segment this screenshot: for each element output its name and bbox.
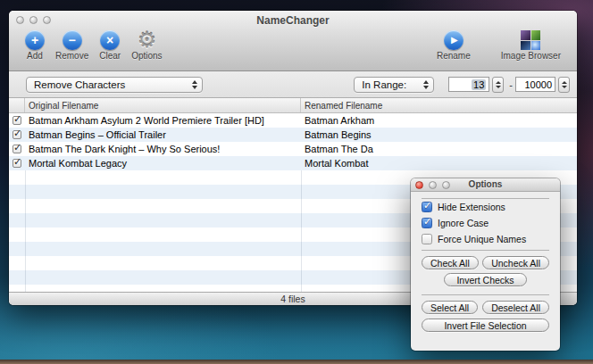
titlebar[interactable]: NameChanger bbox=[9, 11, 577, 29]
row-checkbox-cell bbox=[9, 116, 25, 125]
range-to-stepper[interactable] bbox=[558, 77, 570, 93]
checkbox-box[interactable] bbox=[422, 234, 432, 244]
toolbar: + Add − Remove × Clear ⚙ Options ▶ bbox=[9, 29, 577, 61]
checkbox-hide-extensions[interactable]: Hide Extensions bbox=[422, 199, 549, 215]
row-checkbox[interactable] bbox=[13, 130, 21, 139]
image-browser-label: Image Browser bbox=[501, 51, 561, 61]
x-circle-icon: × bbox=[100, 30, 120, 50]
window-chrome: NameChanger + Add − Remove × Clear ⚙ Opt… bbox=[9, 11, 577, 71]
row-checkbox[interactable] bbox=[13, 159, 21, 168]
clear-button-label: Clear bbox=[99, 51, 121, 61]
row-original[interactable]: Mortal Kombat Legacy bbox=[25, 158, 301, 169]
table-row[interactable]: Batman Arkham Asylum 2 World Premiere Tr… bbox=[9, 113, 577, 128]
check-buttons-row: Check All Uncheck All bbox=[422, 256, 549, 269]
checkbox-label: Hide Extensions bbox=[438, 202, 505, 212]
separator bbox=[422, 294, 549, 295]
range-to-value: 10000 bbox=[524, 79, 552, 90]
table-row[interactable]: Batman The Dark Knight – Why So Serious!… bbox=[9, 142, 577, 156]
file-count: 4 files bbox=[280, 294, 305, 304]
table-row[interactable]: Mortal Kombat Legacy Mortal Kombat bbox=[9, 156, 577, 170]
deselect-all-button[interactable]: Deselect All bbox=[482, 301, 549, 314]
image-browser-icon bbox=[521, 30, 540, 50]
rename-button[interactable]: ▶ Rename bbox=[431, 30, 476, 61]
invert-file-selection-button[interactable]: Invert File Selection bbox=[422, 318, 549, 332]
checkbox-column-header[interactable] bbox=[9, 98, 25, 112]
row-original[interactable]: Batman Begins – Official Trailer bbox=[25, 129, 301, 140]
stepper-up-icon bbox=[496, 81, 501, 84]
checkbox-box[interactable] bbox=[422, 202, 432, 212]
range-from-field[interactable]: 13 bbox=[448, 77, 489, 92]
rename-button-label: Rename bbox=[437, 51, 471, 61]
minus-circle-icon: − bbox=[63, 30, 82, 50]
options-panel: Options Hide Extensions Ignore Case Forc… bbox=[411, 178, 560, 351]
select-all-button[interactable]: Select All bbox=[422, 301, 478, 314]
range-from-stepper[interactable] bbox=[492, 77, 504, 93]
popup-arrows-icon bbox=[192, 80, 197, 89]
play-circle-icon: ▶ bbox=[444, 30, 464, 50]
range-mode-value: In Range: bbox=[362, 79, 406, 90]
row-checkbox-cell bbox=[9, 130, 25, 139]
range-from-value: 13 bbox=[472, 79, 486, 90]
options-panel-body: Hide Extensions Ignore Case Force Unique… bbox=[411, 198, 560, 332]
stepper-down-icon bbox=[562, 86, 567, 88]
options-panel-titlebar[interactable]: Options bbox=[411, 178, 560, 192]
row-renamed[interactable]: Batman The Da bbox=[301, 144, 577, 154]
add-button-label: Add bbox=[27, 51, 43, 61]
options-button-label: Options bbox=[131, 51, 162, 61]
remove-button[interactable]: − Remove bbox=[50, 30, 94, 61]
rename-mode-value: Remove Characters bbox=[34, 79, 125, 90]
checkbox-force-unique-names[interactable]: Force Unique Names bbox=[422, 231, 549, 247]
checkbox-ignore-case[interactable]: Ignore Case bbox=[422, 215, 549, 231]
options-panel-title: Options bbox=[411, 179, 560, 189]
desktop-wallpaper: NameChanger + Add − Remove × Clear ⚙ Opt… bbox=[0, 0, 593, 364]
earth-thumb-icon bbox=[531, 41, 541, 51]
original-filename-header[interactable]: Original Filename bbox=[25, 98, 301, 112]
plus-circle-icon: + bbox=[25, 30, 45, 50]
table-header: Original Filename Renamed Filename bbox=[9, 98, 577, 113]
stepper-up-icon bbox=[562, 81, 567, 84]
select-buttons-row: Select All Deselect All bbox=[422, 301, 549, 314]
row-original[interactable]: Batman The Dark Knight – Why So Serious! bbox=[25, 144, 301, 154]
stepper-down-icon bbox=[496, 86, 501, 88]
popup-arrows-icon bbox=[423, 80, 429, 89]
range-to-field[interactable]: 10000 bbox=[515, 77, 555, 92]
renamed-filename-header[interactable]: Renamed Filename bbox=[301, 98, 577, 112]
clear-button[interactable]: × Clear bbox=[94, 30, 126, 61]
range-mode-popup[interactable]: In Range: bbox=[354, 77, 434, 93]
row-renamed[interactable]: Mortal Kombat bbox=[301, 158, 577, 169]
range-dash: - bbox=[509, 79, 513, 90]
gear-icon: ⚙ bbox=[136, 30, 157, 50]
remove-button-label: Remove bbox=[55, 51, 88, 61]
table-row[interactable]: Batman Begins – Official Trailer Batman … bbox=[9, 128, 577, 142]
invert-checks-button[interactable]: Invert Checks bbox=[444, 273, 527, 286]
filter-bar: Remove Characters In Range: 13 - 10000 bbox=[9, 71, 577, 98]
row-checkbox[interactable] bbox=[13, 145, 21, 153]
check-all-button[interactable]: Check All bbox=[422, 256, 479, 269]
toolbar-right-group: ▶ Rename Image Browser bbox=[431, 30, 566, 61]
row-checkbox[interactable] bbox=[13, 116, 21, 125]
comet-thumb-icon bbox=[521, 41, 530, 51]
row-renamed[interactable]: Batman Arkham bbox=[301, 115, 577, 126]
separator bbox=[422, 250, 549, 251]
checkbox-box[interactable] bbox=[422, 218, 432, 228]
row-checkbox-cell bbox=[9, 159, 25, 168]
rename-mode-popup[interactable]: Remove Characters bbox=[26, 77, 203, 93]
checkbox-label: Ignore Case bbox=[438, 218, 489, 228]
galaxy-thumb-icon bbox=[521, 30, 530, 40]
row-original[interactable]: Batman Arkham Asylum 2 World Premiere Tr… bbox=[25, 115, 301, 126]
image-browser-button[interactable]: Image Browser bbox=[496, 30, 566, 61]
checkbox-label: Force Unique Names bbox=[438, 234, 526, 244]
add-button[interactable]: + Add bbox=[20, 30, 50, 61]
row-checkbox-cell bbox=[9, 145, 25, 153]
landscape-thumb-icon bbox=[531, 30, 541, 40]
options-button[interactable]: ⚙ Options bbox=[126, 30, 167, 61]
window-title: NameChanger bbox=[9, 14, 577, 27]
uncheck-all-button[interactable]: Uncheck All bbox=[482, 256, 549, 269]
row-renamed[interactable]: Batman Begins bbox=[301, 129, 577, 140]
